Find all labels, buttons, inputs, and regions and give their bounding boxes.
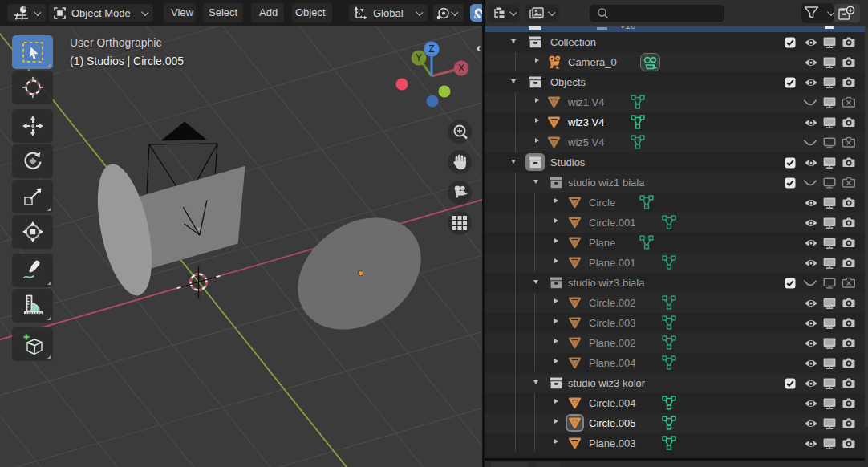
svg-text:Z: Z [428,43,434,55]
svg-text:Y: Y [416,52,422,63]
svg-text:X: X [458,63,464,74]
